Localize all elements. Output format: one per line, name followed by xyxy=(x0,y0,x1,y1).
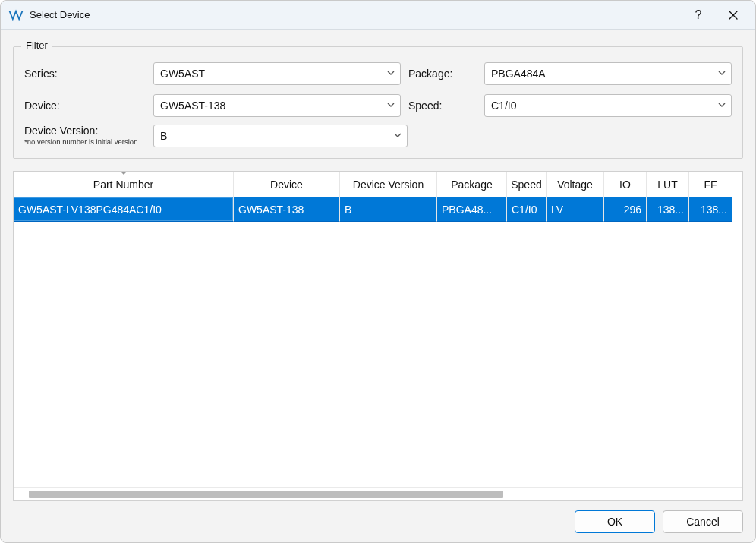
cell-package: PBGA48... xyxy=(437,197,507,222)
chevron-down-icon xyxy=(386,99,395,112)
cell-device-version: B xyxy=(340,197,437,222)
package-label: Package: xyxy=(408,68,477,80)
col-device-version[interactable]: Device Version xyxy=(340,172,437,197)
device-label: Device: xyxy=(24,99,146,112)
col-package[interactable]: Package xyxy=(437,172,507,197)
chevron-down-icon xyxy=(386,68,395,80)
filter-legend: Filter xyxy=(21,39,52,51)
app-icon xyxy=(8,8,24,23)
speed-value: C1/I0 xyxy=(491,99,516,112)
device-version-note: *no version number is initial version xyxy=(24,138,146,146)
cell-speed: C1/I0 xyxy=(507,197,547,222)
package-value: PBGA484A xyxy=(491,68,546,80)
series-label: Series: xyxy=(24,68,146,80)
speed-label: Speed: xyxy=(408,99,477,112)
device-version-value: B xyxy=(160,130,167,142)
cell-lut: 138... xyxy=(647,197,689,222)
speed-select[interactable]: C1/I0 xyxy=(484,94,732,117)
chevron-down-icon xyxy=(393,130,402,142)
device-value: GW5AST-138 xyxy=(160,99,225,112)
col-ff[interactable]: FF xyxy=(689,172,732,197)
select-device-dialog: Select Device ? Filter Series: GW5AST Pa… xyxy=(0,0,756,543)
cell-io: 296 xyxy=(604,197,647,222)
help-button[interactable]: ? xyxy=(681,1,716,29)
cell-voltage: LV xyxy=(547,197,604,222)
cell-device: GW5AST-138 xyxy=(234,197,340,222)
series-select[interactable]: GW5AST xyxy=(153,62,401,85)
chevron-down-icon xyxy=(717,99,726,112)
filter-group: Filter Series: GW5AST Package: PBGA484A … xyxy=(13,46,743,159)
window-title: Select Device xyxy=(30,9,681,21)
cell-ff: 138... xyxy=(689,197,732,222)
col-lut[interactable]: LUT xyxy=(647,172,689,197)
table-row[interactable]: GW5AST-LV138PG484AC1/I0 GW5AST-138 B PBG… xyxy=(14,197,742,222)
col-io[interactable]: IO xyxy=(604,172,647,197)
device-version-select[interactable]: B xyxy=(153,125,408,147)
close-button[interactable] xyxy=(716,1,751,29)
table-header-row: Part Number Device Device Version Packag… xyxy=(14,172,742,197)
titlebar: Select Device ? xyxy=(1,1,755,30)
dialog-body: Filter Series: GW5AST Package: PBGA484A … xyxy=(1,30,755,542)
device-table: Part Number Device Device Version Packag… xyxy=(13,171,743,501)
device-select[interactable]: GW5AST-138 xyxy=(153,94,401,117)
scrollbar-thumb[interactable] xyxy=(29,491,503,498)
horizontal-scrollbar[interactable] xyxy=(14,487,742,500)
dialog-buttons: OK Cancel xyxy=(13,510,743,533)
col-voltage[interactable]: Voltage xyxy=(547,172,604,197)
device-version-label: Device Version: xyxy=(24,125,146,137)
col-part-number[interactable]: Part Number xyxy=(14,172,234,197)
col-device[interactable]: Device xyxy=(234,172,340,197)
series-value: GW5AST xyxy=(160,68,205,80)
cell-part-number: GW5AST-LV138PG484AC1/I0 xyxy=(14,197,234,222)
cancel-button[interactable]: Cancel xyxy=(663,510,743,533)
table-body: GW5AST-LV138PG484AC1/I0 GW5AST-138 B PBG… xyxy=(14,197,742,487)
ok-button[interactable]: OK xyxy=(575,510,655,533)
package-select[interactable]: PBGA484A xyxy=(484,62,732,85)
col-speed[interactable]: Speed xyxy=(507,172,547,197)
chevron-down-icon xyxy=(717,68,726,80)
